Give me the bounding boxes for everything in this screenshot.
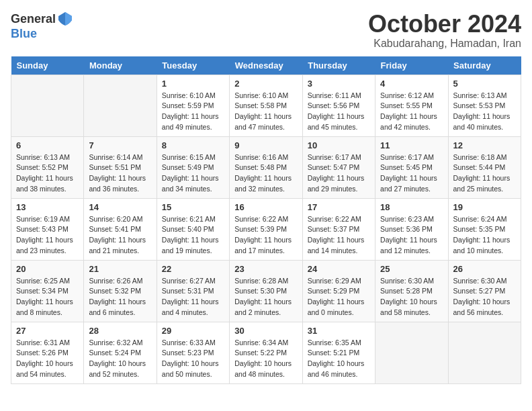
cell-info: Sunrise: 6:30 AM Sunset: 5:28 PM Dayligh…	[380, 276, 443, 318]
day-number: 24	[308, 264, 370, 274]
calendar-cell: 14Sunrise: 6:20 AM Sunset: 5:41 PM Dayli…	[84, 198, 157, 260]
calendar-week-row: 20Sunrise: 6:25 AM Sunset: 5:34 PM Dayli…	[11, 260, 521, 322]
logo-general-text: General	[11, 12, 56, 26]
calendar-cell: 16Sunrise: 6:22 AM Sunset: 5:39 PM Dayli…	[230, 198, 302, 260]
day-number: 5	[453, 79, 516, 89]
cell-info: Sunrise: 6:14 AM Sunset: 5:51 PM Dayligh…	[89, 152, 151, 195]
day-number: 27	[16, 326, 79, 336]
month-year-title: October 2024	[368, 11, 521, 38]
calendar-cell: 29Sunrise: 6:33 AM Sunset: 5:23 PM Dayli…	[157, 322, 229, 383]
day-number: 18	[380, 202, 443, 212]
calendar-cell: 13Sunrise: 6:19 AM Sunset: 5:43 PM Dayli…	[11, 198, 84, 260]
calendar-cell: 5Sunrise: 6:13 AM Sunset: 5:53 PM Daylig…	[448, 75, 521, 136]
cell-info: Sunrise: 6:17 AM Sunset: 5:45 PM Dayligh…	[380, 152, 443, 195]
calendar-cell: 2Sunrise: 6:10 AM Sunset: 5:58 PM Daylig…	[230, 75, 302, 136]
calendar-cell	[84, 75, 157, 136]
calendar-week-row: 1Sunrise: 6:10 AM Sunset: 5:59 PM Daylig…	[11, 75, 521, 136]
cell-info: Sunrise: 6:17 AM Sunset: 5:47 PM Dayligh…	[308, 152, 370, 195]
cell-info: Sunrise: 6:24 AM Sunset: 5:35 PM Dayligh…	[453, 214, 516, 257]
day-number: 28	[89, 326, 151, 336]
day-number: 25	[380, 264, 443, 274]
day-number: 10	[308, 140, 370, 150]
day-number: 8	[162, 140, 224, 150]
calendar-cell: 30Sunrise: 6:34 AM Sunset: 5:22 PM Dayli…	[230, 322, 302, 383]
header: General Blue October 2024 Kabudarahang, …	[11, 11, 521, 50]
cell-info: Sunrise: 6:23 AM Sunset: 5:36 PM Dayligh…	[380, 214, 443, 257]
day-of-week-header: Saturday	[448, 56, 521, 75]
day-of-week-header: Wednesday	[230, 56, 302, 75]
calendar-cell: 19Sunrise: 6:24 AM Sunset: 5:35 PM Dayli…	[448, 198, 521, 260]
calendar-cell: 25Sunrise: 6:30 AM Sunset: 5:28 PM Dayli…	[375, 260, 448, 322]
calendar-cell: 11Sunrise: 6:17 AM Sunset: 5:45 PM Dayli…	[375, 136, 448, 198]
calendar-cell: 6Sunrise: 6:13 AM Sunset: 5:52 PM Daylig…	[11, 136, 84, 198]
calendar-header: SundayMondayTuesdayWednesdayThursdayFrid…	[11, 56, 521, 75]
day-number: 12	[453, 140, 516, 150]
day-of-week-header: Thursday	[302, 56, 375, 75]
title-area: October 2024 Kabudarahang, Hamadan, Iran	[368, 11, 521, 50]
calendar-cell	[11, 75, 84, 136]
location-subtitle: Kabudarahang, Hamadan, Iran	[368, 38, 521, 50]
cell-info: Sunrise: 6:11 AM Sunset: 5:56 PM Dayligh…	[308, 91, 370, 133]
day-number: 17	[308, 202, 370, 212]
day-of-week-header: Monday	[84, 56, 157, 75]
cell-info: Sunrise: 6:29 AM Sunset: 5:29 PM Dayligh…	[308, 276, 370, 318]
cell-info: Sunrise: 6:16 AM Sunset: 5:48 PM Dayligh…	[234, 152, 297, 195]
day-number: 23	[234, 264, 297, 274]
calendar-cell: 24Sunrise: 6:29 AM Sunset: 5:29 PM Dayli…	[302, 260, 375, 322]
calendar-cell: 10Sunrise: 6:17 AM Sunset: 5:47 PM Dayli…	[302, 136, 375, 198]
cell-info: Sunrise: 6:27 AM Sunset: 5:31 PM Dayligh…	[162, 276, 224, 318]
calendar-cell: 28Sunrise: 6:32 AM Sunset: 5:24 PM Dayli…	[84, 322, 157, 383]
day-number: 22	[162, 264, 224, 274]
calendar-week-row: 13Sunrise: 6:19 AM Sunset: 5:43 PM Dayli…	[11, 198, 521, 260]
day-number: 2	[234, 79, 297, 89]
day-of-week-header: Sunday	[11, 56, 84, 75]
calendar-cell: 21Sunrise: 6:26 AM Sunset: 5:32 PM Dayli…	[84, 260, 157, 322]
day-header-row: SundayMondayTuesdayWednesdayThursdayFrid…	[11, 56, 521, 75]
cell-info: Sunrise: 6:34 AM Sunset: 5:22 PM Dayligh…	[234, 338, 297, 380]
cell-info: Sunrise: 6:12 AM Sunset: 5:55 PM Dayligh…	[380, 91, 443, 133]
calendar-cell: 3Sunrise: 6:11 AM Sunset: 5:56 PM Daylig…	[302, 75, 375, 136]
cell-info: Sunrise: 6:19 AM Sunset: 5:43 PM Dayligh…	[16, 214, 79, 257]
day-number: 31	[308, 326, 370, 336]
calendar-cell	[375, 322, 448, 383]
calendar-cell: 1Sunrise: 6:10 AM Sunset: 5:59 PM Daylig…	[157, 75, 229, 136]
calendar-cell: 20Sunrise: 6:25 AM Sunset: 5:34 PM Dayli…	[11, 260, 84, 322]
calendar-cell: 15Sunrise: 6:21 AM Sunset: 5:40 PM Dayli…	[157, 198, 229, 260]
cell-info: Sunrise: 6:18 AM Sunset: 5:44 PM Dayligh…	[453, 152, 516, 195]
calendar-cell: 12Sunrise: 6:18 AM Sunset: 5:44 PM Dayli…	[448, 136, 521, 198]
calendar-cell: 4Sunrise: 6:12 AM Sunset: 5:55 PM Daylig…	[375, 75, 448, 136]
day-number: 19	[453, 202, 516, 212]
calendar-table: SundayMondayTuesdayWednesdayThursdayFrid…	[11, 56, 521, 384]
day-number: 7	[89, 140, 151, 150]
day-number: 13	[16, 202, 79, 212]
cell-info: Sunrise: 6:22 AM Sunset: 5:39 PM Dayligh…	[234, 214, 297, 257]
day-number: 14	[89, 202, 151, 212]
calendar-cell: 9Sunrise: 6:16 AM Sunset: 5:48 PM Daylig…	[230, 136, 302, 198]
cell-info: Sunrise: 6:28 AM Sunset: 5:30 PM Dayligh…	[234, 276, 297, 318]
logo: General Blue	[11, 11, 73, 41]
cell-info: Sunrise: 6:33 AM Sunset: 5:23 PM Dayligh…	[162, 338, 224, 380]
calendar-cell: 8Sunrise: 6:15 AM Sunset: 5:49 PM Daylig…	[157, 136, 229, 198]
cell-info: Sunrise: 6:20 AM Sunset: 5:41 PM Dayligh…	[89, 214, 151, 257]
day-number: 15	[162, 202, 224, 212]
calendar-cell: 7Sunrise: 6:14 AM Sunset: 5:51 PM Daylig…	[84, 136, 157, 198]
day-number: 4	[380, 79, 443, 89]
calendar-week-row: 6Sunrise: 6:13 AM Sunset: 5:52 PM Daylig…	[11, 136, 521, 198]
cell-info: Sunrise: 6:10 AM Sunset: 5:59 PM Dayligh…	[162, 91, 224, 133]
cell-info: Sunrise: 6:31 AM Sunset: 5:26 PM Dayligh…	[16, 338, 79, 380]
cell-info: Sunrise: 6:10 AM Sunset: 5:58 PM Dayligh…	[234, 91, 297, 133]
calendar-cell: 18Sunrise: 6:23 AM Sunset: 5:36 PM Dayli…	[375, 198, 448, 260]
day-number: 26	[453, 264, 516, 274]
cell-info: Sunrise: 6:13 AM Sunset: 5:52 PM Dayligh…	[16, 152, 79, 195]
calendar-week-row: 27Sunrise: 6:31 AM Sunset: 5:26 PM Dayli…	[11, 322, 521, 383]
day-number: 16	[234, 202, 297, 212]
logo-blue-text: Blue	[11, 27, 37, 40]
day-number: 21	[89, 264, 151, 274]
day-number: 20	[16, 264, 79, 274]
cell-info: Sunrise: 6:35 AM Sunset: 5:21 PM Dayligh…	[308, 338, 370, 380]
cell-info: Sunrise: 6:30 AM Sunset: 5:27 PM Dayligh…	[453, 276, 516, 318]
calendar-cell: 22Sunrise: 6:27 AM Sunset: 5:31 PM Dayli…	[157, 260, 229, 322]
calendar-cell: 31Sunrise: 6:35 AM Sunset: 5:21 PM Dayli…	[302, 322, 375, 383]
day-number: 9	[234, 140, 297, 150]
day-number: 6	[16, 140, 79, 150]
